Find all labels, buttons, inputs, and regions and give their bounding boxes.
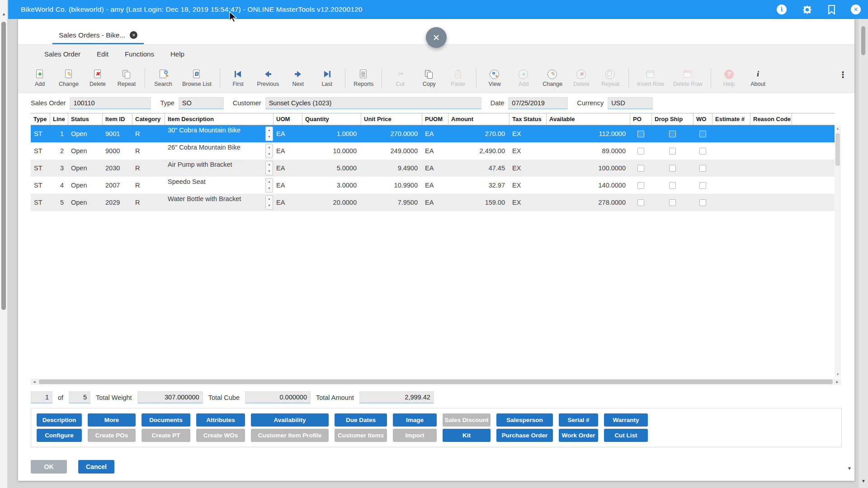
col-type[interactable]: Type	[31, 113, 50, 125]
toolbar-first[interactable]: First	[224, 69, 253, 87]
scrollbar-thumb[interactable]	[39, 380, 833, 384]
salesperson-button[interactable]: Salesperson	[496, 413, 553, 427]
gear-icon[interactable]	[802, 5, 812, 15]
type-input[interactable]: SO	[179, 97, 224, 109]
toolbar-browse-list[interactable]: B Browse List	[178, 69, 216, 87]
drop-ship-checkbox[interactable]	[669, 165, 676, 172]
menu-edit[interactable]: Edit	[97, 50, 108, 58]
scroll-up-icon[interactable]: ▲	[0, 12, 8, 16]
toolbar-last[interactable]: Last	[312, 69, 341, 87]
row-spinner[interactable]: ▲▼	[265, 195, 273, 210]
toolbar-previous[interactable]: Previous	[253, 69, 284, 87]
po-checkbox[interactable]	[637, 131, 644, 137]
customer-input[interactable]: Sunset Cycles (1023)	[265, 97, 481, 109]
col-status[interactable]: Status	[68, 113, 102, 125]
po-checkbox[interactable]	[637, 148, 644, 155]
kit-button[interactable]: Kit	[443, 429, 491, 442]
scrollbar-thumb[interactable]	[1, 22, 6, 310]
col-puom[interactable]: PUOM	[422, 113, 448, 125]
configure-button[interactable]: Configure	[37, 429, 82, 442]
col-reason-code[interactable]: Reason Code	[750, 113, 792, 125]
row-spinner[interactable]: ▲▼	[265, 178, 273, 192]
currency-input[interactable]: USD	[608, 97, 653, 109]
drop-ship-checkbox[interactable]	[669, 182, 676, 189]
toolbar-repeat[interactable]: Repeat	[112, 69, 141, 87]
spinner-up-icon[interactable]: ▲	[268, 180, 270, 183]
col-tax-status[interactable]: Tax Status	[509, 113, 546, 125]
spinner-down-icon[interactable]: ▼	[268, 136, 270, 139]
col-amount[interactable]: Amount	[448, 113, 509, 125]
scroll-down-icon[interactable]: ▼	[835, 372, 841, 376]
scroll-left-icon[interactable]: ◄	[31, 380, 38, 384]
current-line-field[interactable]: 1	[31, 391, 52, 404]
spinner-down-icon[interactable]: ▼	[268, 170, 270, 173]
overflow-menu-button[interactable]: ⋮	[839, 70, 847, 80]
scroll-down-icon[interactable]: ▼	[859, 479, 868, 483]
col-available[interactable]: Available	[546, 113, 630, 125]
window-scroll-down-icon[interactable]: ▼	[847, 466, 852, 471]
cancel-button[interactable]: Cancel	[78, 460, 114, 474]
scroll-up-icon[interactable]: ▲	[835, 127, 841, 131]
col-item-id[interactable]: Item ID	[102, 113, 132, 125]
scrollbar-thumb[interactable]	[835, 133, 840, 166]
scrollbar-thumb[interactable]	[861, 26, 865, 55]
wo-checkbox[interactable]	[699, 148, 706, 155]
po-checkbox[interactable]	[637, 165, 644, 172]
table-row[interactable]: ST 1 Open 9001 R 30" Cobra Mountain Bike…	[31, 125, 835, 142]
availability-button[interactable]: Availability	[251, 413, 329, 427]
col-unit-price[interactable]: Unit Price	[361, 113, 422, 125]
toolbar-copy[interactable]: Copy	[415, 69, 443, 87]
tab-sales-orders[interactable]: Sales Orders - Bike... ✕	[52, 27, 144, 44]
wo-checkbox[interactable]	[699, 182, 706, 189]
toolbar-change-line[interactable]: ✎ Change	[538, 69, 567, 87]
col-category[interactable]: Category	[132, 113, 165, 125]
page-right-scrollbar[interactable]: ▼	[859, 19, 868, 488]
tab-close-icon[interactable]: ✕	[130, 31, 137, 39]
menu-functions[interactable]: Functions	[125, 50, 154, 58]
spinner-down-icon[interactable]: ▼	[268, 187, 270, 190]
toolbar-about[interactable]: i About	[744, 69, 773, 87]
po-checkbox[interactable]	[637, 199, 644, 206]
wo-checkbox[interactable]	[699, 131, 706, 137]
sales-order-input[interactable]: 100110	[70, 97, 151, 109]
po-checkbox[interactable]	[637, 182, 644, 189]
col-uom[interactable]: UOM	[273, 113, 302, 125]
drop-ship-checkbox[interactable]	[669, 148, 676, 155]
toolbar-reports[interactable]: Reports	[349, 69, 378, 87]
spinner-up-icon[interactable]: ▲	[268, 146, 270, 149]
page-left-scrollbar[interactable]: ▲	[0, 0, 8, 488]
info-icon[interactable]: i	[777, 5, 787, 14]
row-spinner[interactable]: ▲▼	[265, 127, 273, 141]
toolbar-next[interactable]: Next	[283, 69, 312, 87]
wo-checkbox[interactable]	[699, 199, 706, 206]
bookmark-icon[interactable]	[828, 5, 835, 14]
drop-ship-checkbox[interactable]	[669, 131, 676, 137]
col-item-description[interactable]: Item Description	[165, 113, 273, 125]
more-button[interactable]: More	[88, 413, 136, 427]
table-row[interactable]: ST 5 Open 2029 R Water Bottle with Brack…	[31, 194, 835, 211]
spinner-down-icon[interactable]: ▼	[268, 153, 270, 156]
cut-list-button[interactable]: Cut List	[604, 429, 648, 442]
table-row[interactable]: ST 3 Open 2030 R Air Pump with Bracket▲▼…	[31, 160, 835, 177]
col-estimate[interactable]: Estimate #	[712, 113, 750, 125]
table-row[interactable]: ST 4 Open 2007 R Speedo Seat▲▼ EA 3.0000…	[31, 177, 835, 194]
due-dates-button[interactable]: Due Dates	[335, 413, 387, 427]
documents-button[interactable]: Documents	[142, 413, 190, 427]
work-order-button[interactable]: Work Order	[559, 429, 598, 442]
toolbar-change[interactable]: ✎ Change	[54, 69, 83, 87]
close-icon[interactable]: ✕	[851, 5, 861, 14]
grid-horizontal-scrollbar[interactable]: ◄ ►	[31, 379, 841, 385]
col-wo[interactable]: WO	[693, 113, 712, 125]
col-drop-ship[interactable]: Drop Ship	[651, 113, 693, 125]
col-line[interactable]: Line	[50, 113, 68, 125]
drop-ship-checkbox[interactable]	[669, 199, 676, 206]
col-po[interactable]: PO	[630, 113, 651, 125]
date-input[interactable]: 07/25/2019	[508, 97, 568, 109]
spinner-up-icon[interactable]: ▲	[268, 163, 270, 166]
spinner-down-icon[interactable]: ▼	[268, 204, 270, 207]
scroll-right-icon[interactable]: ►	[834, 380, 841, 384]
wo-checkbox[interactable]	[699, 165, 706, 172]
toolbar-view[interactable]: View	[480, 69, 509, 87]
row-spinner[interactable]: ▲▼	[265, 144, 273, 158]
attributes-button[interactable]: Attributes	[196, 413, 245, 427]
